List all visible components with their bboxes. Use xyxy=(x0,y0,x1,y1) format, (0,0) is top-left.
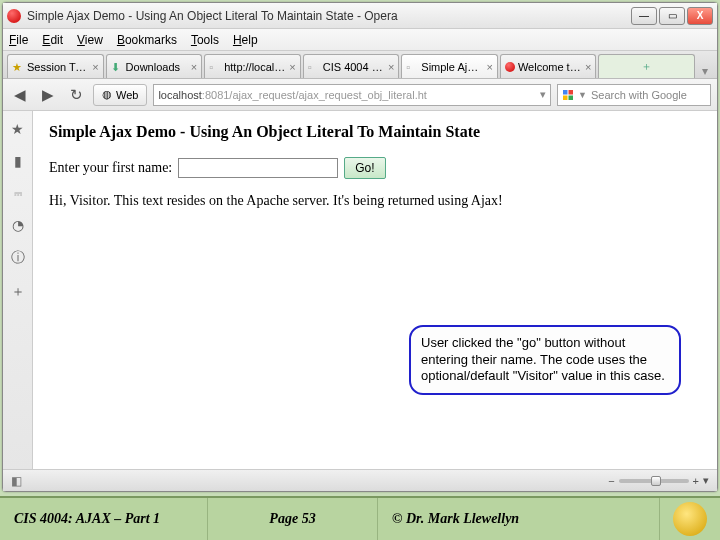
tab-cis4004[interactable]: ▫ CIS 4004 - S… × xyxy=(303,54,400,78)
svg-rect-2 xyxy=(563,95,568,100)
tab-label: Simple Ajax… xyxy=(421,61,483,73)
back-button[interactable]: ◀ xyxy=(9,84,31,106)
tab-session[interactable]: ★ Session Tra… × xyxy=(7,54,104,78)
tab-label: CIS 4004 - S… xyxy=(323,61,385,73)
page-content: Simple Ajax Demo - Using An Object Liter… xyxy=(33,111,717,469)
menu-edit[interactable]: Edit xyxy=(42,33,63,47)
first-name-input[interactable] xyxy=(178,158,338,178)
search-placeholder: Search with Google xyxy=(591,89,687,101)
reload-button[interactable]: ↻ xyxy=(65,84,87,106)
dropdown-icon[interactable]: ▾ xyxy=(540,88,546,101)
tab-simple-ajax[interactable]: ▫ Simple Ajax… × xyxy=(401,54,498,78)
sidebar-info-icon[interactable]: ⓘ xyxy=(11,249,25,267)
zoom-slider[interactable] xyxy=(619,479,689,483)
navbar: ◀ ▶ ↻ ◍ Web localhost:8081/ajax_request/… xyxy=(3,79,717,111)
download-icon: ⬇ xyxy=(111,61,123,73)
page-heading: Simple Ajax Demo - Using An Object Liter… xyxy=(49,123,701,141)
footer-page: Page 53 xyxy=(208,498,378,540)
svg-rect-3 xyxy=(569,95,574,100)
browser-window: Simple Ajax Demo - Using An Object Liter… xyxy=(2,2,718,492)
doc-icon: ▫ xyxy=(209,61,221,73)
address-bar[interactable]: localhost:8081/ajax_request/ajax_request… xyxy=(153,84,551,106)
name-prompt: Enter your first name: xyxy=(49,160,172,176)
doc-icon: ▫ xyxy=(406,61,418,73)
menubar: File Edit View Bookmarks Tools Help xyxy=(3,29,717,51)
search-box[interactable]: ▼ Search with Google xyxy=(557,84,711,106)
sidebar-transfers-icon[interactable]: ⎓ xyxy=(14,185,22,201)
tab-close-icon[interactable]: × xyxy=(486,61,492,73)
body-row: ★ ▮ ⎓ ◔ ⓘ ＋ Simple Ajax Demo - Using An … xyxy=(3,111,717,469)
tab-label: Welcome t… xyxy=(518,61,582,73)
sidebar-add-icon[interactable]: ＋ xyxy=(11,283,25,301)
pegasus-icon xyxy=(673,502,707,536)
sidebar-history-icon[interactable]: ◔ xyxy=(12,217,24,233)
tab-close-icon[interactable]: × xyxy=(289,61,295,73)
tabstrip: ★ Session Tra… × ⬇ Downloads × ▫ http://… xyxy=(3,51,717,79)
annotation-callout: User clicked the "go" button without ent… xyxy=(409,325,681,395)
svg-rect-0 xyxy=(563,90,568,95)
go-button[interactable]: Go! xyxy=(344,157,385,179)
panel-toggle-icon[interactable]: ◧ xyxy=(11,474,22,488)
footer-course: CIS 4004: AJAX – Part 1 xyxy=(0,498,208,540)
doc-icon: ▫ xyxy=(308,61,320,73)
tab-label: Session Tra… xyxy=(27,61,89,73)
tabs-menu-button[interactable]: ▾ xyxy=(697,64,713,78)
titlebar[interactable]: Simple Ajax Demo - Using An Object Liter… xyxy=(3,3,717,29)
tab-localhost[interactable]: ▫ http://local… × xyxy=(204,54,301,78)
close-button[interactable]: X xyxy=(687,7,713,25)
web-label: Web xyxy=(116,89,138,101)
menu-bookmarks[interactable]: Bookmarks xyxy=(117,33,177,47)
tab-close-icon[interactable]: × xyxy=(92,61,98,73)
window-controls: — ▭ X xyxy=(631,7,713,25)
footer-author: © Dr. Mark Llewellyn xyxy=(378,498,660,540)
zoom-in-button[interactable]: + xyxy=(693,475,699,487)
footer-logo xyxy=(660,497,720,540)
url-host: localhost xyxy=(158,89,201,101)
new-tab-button[interactable]: ＋ xyxy=(598,54,695,78)
minimize-button[interactable]: — xyxy=(631,7,657,25)
menu-help[interactable]: Help xyxy=(233,33,258,47)
tab-label: Downloads xyxy=(126,61,188,73)
zoom-thumb[interactable] xyxy=(651,476,661,486)
google-icon xyxy=(562,89,574,101)
zoom-menu-icon[interactable]: ▾ xyxy=(703,474,709,487)
opera-icon xyxy=(505,62,515,72)
tab-close-icon[interactable]: × xyxy=(388,61,394,73)
globe-icon: ◍ xyxy=(102,88,112,101)
forward-button[interactable]: ▶ xyxy=(37,84,59,106)
form-row: Enter your first name: Go! xyxy=(49,157,701,179)
ajax-result-text: Hi, Visitor. This text resides on the Ap… xyxy=(49,193,701,209)
menu-view[interactable]: View xyxy=(77,33,103,47)
web-mode-button[interactable]: ◍ Web xyxy=(93,84,147,106)
statusbar: ◧ − + ▾ xyxy=(3,469,717,491)
zoom-out-button[interactable]: − xyxy=(608,475,614,487)
tab-close-icon[interactable]: × xyxy=(585,61,591,73)
opera-logo-icon xyxy=(7,9,21,23)
window-title: Simple Ajax Demo - Using An Object Liter… xyxy=(27,9,631,23)
chevron-down-icon[interactable]: ▼ xyxy=(578,90,587,100)
sidebar-notes-icon[interactable]: ▮ xyxy=(14,153,22,169)
url-rest: :8081/ajax_request/ajax_request_obj_lite… xyxy=(202,89,427,101)
tab-close-icon[interactable]: × xyxy=(191,61,197,73)
tab-label: http://local… xyxy=(224,61,286,73)
menu-file[interactable]: File xyxy=(9,33,28,47)
slide-footer: CIS 4004: AJAX – Part 1 Page 53 © Dr. Ma… xyxy=(0,496,720,540)
star-icon: ★ xyxy=(12,61,24,73)
svg-rect-1 xyxy=(569,90,574,95)
maximize-button[interactable]: ▭ xyxy=(659,7,685,25)
menu-tools[interactable]: Tools xyxy=(191,33,219,47)
zoom-control: − + ▾ xyxy=(608,474,709,487)
tab-downloads[interactable]: ⬇ Downloads × xyxy=(106,54,203,78)
side-panel: ★ ▮ ⎓ ◔ ⓘ ＋ xyxy=(3,111,33,469)
sidebar-bookmarks-icon[interactable]: ★ xyxy=(11,121,24,137)
tab-welcome[interactable]: Welcome t… × xyxy=(500,54,597,78)
